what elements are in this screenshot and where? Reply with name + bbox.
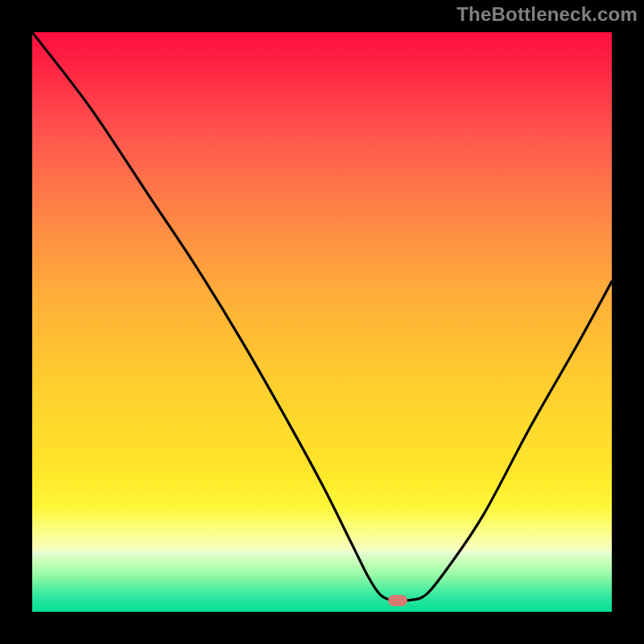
watermark-text: TheBottleneck.com xyxy=(456,3,638,26)
bottleneck-curve xyxy=(32,32,612,612)
plot-area xyxy=(32,32,612,612)
chart-frame: TheBottleneck.com xyxy=(0,0,644,644)
minimum-marker xyxy=(388,595,407,606)
